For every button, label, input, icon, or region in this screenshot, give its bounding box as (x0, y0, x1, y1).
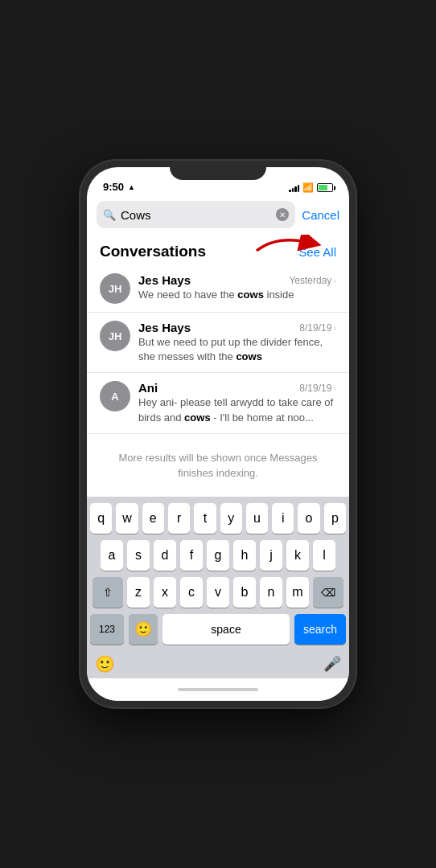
more-results-text: More results will be shown once Messages… (87, 434, 349, 497)
key-u[interactable]: u (246, 503, 268, 534)
wifi-icon: 📶 (302, 182, 314, 193)
key-x[interactable]: x (154, 577, 176, 608)
key-q[interactable]: q (90, 503, 112, 534)
conv-top-row: Jes Hays Yesterday › (138, 273, 336, 287)
status-icons: 📶 (289, 182, 333, 193)
conv-content: Jes Hays Yesterday › We need to have the… (138, 273, 336, 302)
conv-top-row: Ani 8/19/19 › (138, 381, 336, 395)
conv-name: Jes Hays (138, 273, 191, 287)
key-r[interactable]: r (168, 503, 190, 534)
key-h[interactable]: h (233, 540, 256, 571)
key-b[interactable]: b (233, 577, 256, 608)
key-f[interactable]: f (180, 540, 203, 571)
key-row-3: ⇧ z x c v b n m ⌫ (90, 577, 346, 608)
search-clear-button[interactable]: ✕ (276, 208, 289, 221)
avatar: JH (100, 321, 130, 351)
keyboard-bottom-row: 🙂 🎤 (90, 651, 346, 674)
bottom-bar (87, 678, 349, 701)
key-row-4: 123 🙂 space search (90, 614, 346, 645)
shift-key[interactable]: ⇧ (93, 577, 123, 608)
phone-screen: 9:50 ▲ 📶 🔍 Cows (87, 167, 349, 701)
emoji-picker-icon[interactable]: 🙂 (95, 654, 115, 674)
conv-date: Yesterday (289, 275, 331, 286)
key-w[interactable]: w (116, 503, 138, 534)
conversations-title: Conversations (100, 243, 206, 260)
conv-preview: Hey ani- please tell arwydd to take care… (138, 395, 336, 424)
conv-date: 8/19/19 (299, 383, 331, 394)
cancel-button[interactable]: Cancel (302, 208, 339, 222)
key-row-1: q w e r t y u i o p (90, 503, 346, 534)
key-123[interactable]: 123 (90, 614, 124, 645)
key-c[interactable]: c (180, 577, 203, 608)
search-bar-row: 🔍 Cows ✕ Cancel (97, 201, 339, 228)
key-t[interactable]: t (194, 503, 216, 534)
conv-date: 8/19/19 (299, 322, 331, 334)
key-z[interactable]: z (127, 577, 150, 608)
key-o[interactable]: o (298, 503, 319, 534)
search-key[interactable]: search (294, 614, 346, 645)
battery-fill (319, 185, 327, 190)
conversation-item[interactable]: A Ani 8/19/19 › Hey ani- please tell arw… (87, 373, 349, 433)
conv-name: Jes Hays (138, 321, 191, 334)
key-v[interactable]: v (207, 577, 229, 608)
key-y[interactable]: y (220, 503, 242, 534)
notch (170, 161, 266, 180)
conv-date-row: 8/19/19 › (299, 322, 336, 334)
status-time: 9:50 ▲ (103, 181, 135, 193)
delete-key[interactable]: ⌫ (313, 577, 343, 608)
space-key[interactable]: space (162, 614, 290, 645)
key-l[interactable]: l (313, 540, 335, 571)
conv-preview: But we need to put up the divider fence,… (138, 335, 336, 364)
content-area: Conversations See All JH (87, 235, 349, 497)
key-g[interactable]: g (207, 540, 229, 571)
search-bar[interactable]: 🔍 Cows ✕ (97, 201, 295, 228)
key-a[interactable]: a (101, 540, 123, 571)
conversations-section-header-wrapper: Conversations See All (87, 235, 349, 265)
microphone-icon[interactable]: 🎤 (323, 655, 341, 673)
conversation-item[interactable]: JH Jes Hays 8/19/19 › But we need to put… (87, 313, 349, 373)
conv-date-row: Yesterday › (289, 275, 336, 286)
key-e[interactable]: e (142, 503, 164, 534)
key-n[interactable]: n (260, 577, 282, 608)
conversations-section-header: Conversations See All (87, 235, 349, 265)
key-s[interactable]: s (127, 540, 150, 571)
conv-preview: We need to have the cows inside (138, 288, 336, 302)
key-m[interactable]: m (286, 577, 309, 608)
search-input[interactable]: Cows (121, 208, 271, 222)
key-i[interactable]: i (272, 503, 294, 534)
chevron-icon: › (333, 383, 336, 393)
chevron-icon: › (333, 276, 336, 285)
key-j[interactable]: j (260, 540, 282, 571)
key-row-2: a s d f g h j k l (90, 540, 346, 571)
home-indicator (178, 688, 258, 691)
keyboard[interactable]: q w e r t y u i o p a s d f g h j k (87, 497, 349, 678)
battery-icon (317, 183, 333, 192)
conv-date-row: 8/19/19 › (299, 383, 336, 394)
chevron-icon: › (333, 323, 336, 333)
key-d[interactable]: d (154, 540, 176, 571)
avatar: JH (100, 273, 130, 304)
signal-bars-icon (289, 184, 299, 192)
see-all-button[interactable]: See All (298, 245, 336, 259)
avatar: A (100, 381, 130, 411)
conversation-item[interactable]: JH Jes Hays Yesterday › We need to have … (87, 265, 349, 313)
phone-frame: 9:50 ▲ 📶 🔍 Cows (80, 161, 356, 707)
conv-top-row: Jes Hays 8/19/19 › (138, 321, 336, 334)
time-text: 9:50 (103, 181, 124, 193)
location-arrow-icon: ▲ (128, 183, 135, 191)
search-bar-container: 🔍 Cows ✕ Cancel (87, 196, 349, 235)
search-magnifier-icon: 🔍 (103, 209, 116, 221)
key-k[interactable]: k (286, 540, 309, 571)
conv-name: Ani (138, 381, 158, 395)
conv-content: Jes Hays 8/19/19 › But we need to put up… (138, 321, 336, 364)
emoji-key[interactable]: 🙂 (129, 614, 158, 645)
key-p[interactable]: p (324, 503, 346, 534)
conv-content: Ani 8/19/19 › Hey ani- please tell arwyd… (138, 381, 336, 424)
